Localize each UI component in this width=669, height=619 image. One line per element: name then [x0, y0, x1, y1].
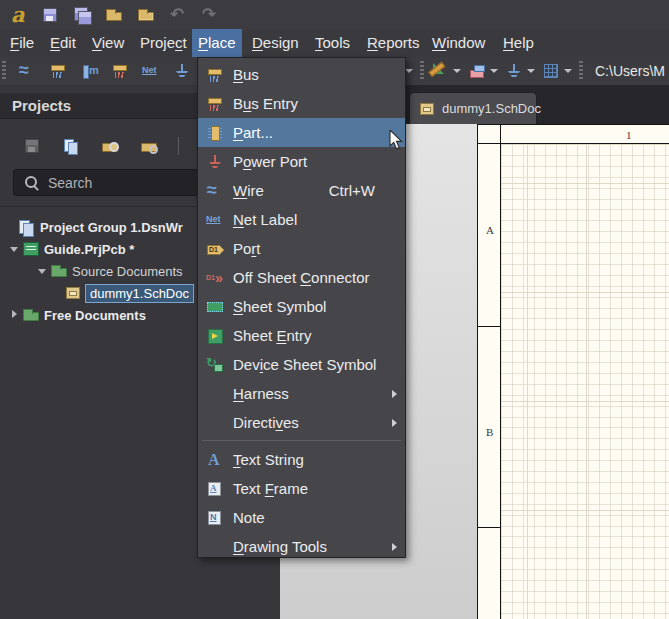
menu-item-label: Wire — [233, 182, 264, 199]
tree-expand-icon[interactable] — [8, 244, 22, 254]
sheet-entry-icon — [206, 327, 224, 345]
toolbar-button[interactable] — [77, 59, 101, 83]
menu-item[interactable]: Directives — [198, 408, 405, 437]
toolbar-button[interactable] — [198, 3, 222, 27]
menu-item-label: Device Sheet Symbol — [233, 356, 376, 373]
bus-entry-icon — [206, 95, 224, 113]
panel-toolbar-button[interactable] — [59, 134, 83, 158]
tree-item-label: Free Documents — [44, 308, 146, 323]
psave-icon — [23, 137, 41, 155]
gnd-power-port-icon — [173, 62, 191, 80]
grid-tool-icon — [542, 62, 560, 80]
toolbar-button[interactable] — [70, 3, 94, 27]
search-icon — [24, 175, 40, 191]
menubar-item[interactable]: Reports — [367, 29, 420, 57]
menu-item[interactable]: Bus — [198, 60, 405, 89]
chevron-down-icon[interactable] — [564, 69, 572, 73]
menubar-item[interactable]: File — [10, 29, 34, 57]
toolbar-split-button[interactable] — [542, 62, 572, 80]
toolbar-button[interactable] — [46, 59, 70, 83]
chevron-down-icon[interactable] — [527, 69, 535, 73]
project-group-icon — [18, 218, 36, 236]
toolbar-button[interactable] — [108, 59, 132, 83]
chevron-down-icon[interactable] — [490, 69, 498, 73]
tree-item-label: Project Group 1.DsnWr — [40, 220, 183, 235]
menu-item[interactable]: Bus Entry — [198, 89, 405, 118]
toolbar-button[interactable] — [166, 3, 190, 27]
menu-item[interactable]: Port — [198, 234, 405, 263]
toolbar-split-button[interactable] — [431, 62, 461, 80]
menu-item[interactable]: Sheet Symbol — [198, 292, 405, 321]
menu-item[interactable]: Text Frame — [198, 474, 405, 503]
menu-item-label: Power Port — [233, 153, 307, 170]
menu-item[interactable]: Text String — [198, 445, 405, 474]
save-icon — [41, 6, 59, 24]
menubar-item[interactable]: Window — [432, 29, 485, 57]
toolbar-button[interactable] — [134, 3, 158, 27]
sheet-symbol-icon — [206, 298, 224, 316]
tree-item-label: Guide.PrjPcb * — [44, 242, 134, 257]
menu-item-label: Bus Entry — [233, 95, 298, 112]
chevron-down-icon[interactable] — [405, 69, 413, 73]
toolbar-button[interactable] — [102, 3, 126, 27]
altium-designer-window: FileEditViewProjectPlaceDesignToolsRepor… — [0, 0, 669, 619]
text-frame-icon — [206, 480, 224, 498]
menu-item[interactable]: Wire Ctrl+W — [198, 176, 405, 205]
menu-item[interactable]: Sheet Entry — [198, 321, 405, 350]
menu-item-label: Bus — [233, 66, 259, 83]
menu-item-label: Harness — [233, 385, 289, 402]
bus-entry-icon — [111, 62, 129, 80]
menu-item[interactable]: Off Sheet Connector — [198, 263, 405, 292]
menubar-item[interactable]: Design — [252, 29, 299, 57]
toolbar-button[interactable] — [139, 59, 163, 83]
submenu-arrow-icon — [392, 543, 397, 551]
sheet-grid[interactable] — [501, 144, 669, 619]
power-port-tool-icon — [505, 62, 523, 80]
menu-item[interactable]: Part... — [198, 118, 405, 147]
toolbar-separator — [579, 61, 583, 81]
toolbar-button[interactable] — [6, 3, 30, 27]
menu-item-label: Port — [233, 240, 261, 257]
toolbar-button[interactable] — [170, 59, 194, 83]
tree-expand-icon[interactable] — [8, 310, 22, 320]
toolbar-button[interactable] — [38, 3, 62, 27]
chevron-down-icon[interactable] — [453, 69, 461, 73]
toolbar-button[interactable] — [15, 59, 39, 83]
toolbar-split-button[interactable] — [405, 69, 413, 73]
panel-toolbar-button[interactable] — [20, 134, 44, 158]
search-input[interactable] — [46, 174, 220, 192]
menubar-item[interactable]: View — [92, 29, 124, 57]
signal-harness-icon — [80, 62, 98, 80]
menubar-item[interactable]: Edit — [50, 29, 76, 57]
wire-icon — [18, 62, 36, 80]
menubar-item[interactable]: Help — [503, 29, 534, 57]
menu-item[interactable]: Power Port — [198, 147, 405, 176]
document-tab-label: dummy1.SchDoc — [442, 101, 541, 116]
toolbar-split-button[interactable] — [468, 62, 498, 80]
tree-item-label: dummy1.SchDoc — [85, 284, 194, 303]
toolbar-drag-handle[interactable] — [2, 61, 6, 81]
menu-item[interactable]: Note — [198, 503, 405, 532]
menu-item[interactable]: Net Label — [198, 205, 405, 234]
menu-item[interactable]: Drawing Tools — [198, 532, 405, 561]
submenu-arrow-icon — [392, 390, 397, 398]
toolbar-separator — [178, 137, 179, 155]
menubar-item[interactable]: Project — [140, 29, 187, 57]
menu-item-shortcut: Ctrl+W — [329, 182, 375, 199]
menu-item-label: Sheet Symbol — [233, 298, 326, 315]
zone-column-label: 1 — [626, 129, 632, 141]
panel-toolbar-button[interactable] — [137, 134, 161, 158]
document-tab[interactable]: dummy1.SchDoc — [409, 92, 537, 124]
menubar-item[interactable]: Tools — [315, 29, 350, 57]
toolbar-split-button[interactable] — [505, 62, 535, 80]
panel-toolbar-button[interactable] — [98, 134, 122, 158]
menu-item[interactable]: Device Sheet Symbol — [198, 350, 405, 379]
schematic-sheet[interactable]: 1 A B — [477, 124, 669, 619]
menubar-item[interactable]: Place — [192, 29, 242, 57]
menu-item-label: Text String — [233, 451, 304, 468]
menu-item[interactable]: Harness — [198, 379, 405, 408]
menu-item-label: Net Label — [233, 211, 297, 228]
main-toolbar — [0, 0, 669, 30]
pcb-project-icon — [22, 240, 40, 258]
tree-expand-icon[interactable] — [36, 266, 50, 276]
